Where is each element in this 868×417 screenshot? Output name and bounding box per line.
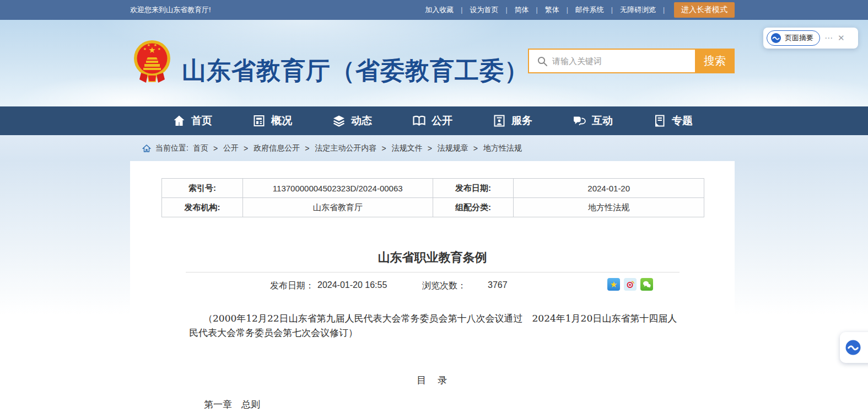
topbar-link-traditional[interactable]: 繁体	[545, 5, 559, 15]
page-summary-button[interactable]: 页面摘要	[767, 30, 820, 46]
topbar-link-set-home[interactable]: 设为首页	[470, 5, 498, 15]
topics-icon	[653, 114, 667, 128]
table-row: 发布机构: 山东省教育厅 组配分类: 地方性法规	[162, 198, 704, 217]
publish-date-meta-value: 2024-01-20 16:55	[317, 280, 387, 290]
interaction-icon	[572, 114, 587, 128]
article-paragraph: （2000年12月22日山东省第九届人民代表大会常务委员会第十八次会议通过 20…	[189, 311, 680, 340]
breadcrumb-item-gov-info[interactable]: 政府信息公开	[254, 143, 300, 153]
assistant-float-button[interactable]	[840, 332, 868, 363]
divider	[186, 272, 680, 272]
topbar-link-mail[interactable]: 邮件系统	[575, 5, 604, 15]
publish-date-label: 发布日期:	[433, 179, 514, 198]
separator: |	[663, 6, 665, 14]
breadcrumb: 当前位置: 首页> 公开> 政府信息公开> 法定主动公开内容> 法规文件> 法规…	[142, 135, 522, 161]
nav-item-interaction[interactable]: 互动	[572, 114, 613, 128]
search-icon	[529, 56, 552, 67]
separator: |	[611, 6, 613, 14]
home-icon	[142, 144, 151, 153]
breadcrumb-item-home[interactable]: 首页	[193, 143, 208, 153]
publish-date-meta-label: 发布日期：	[270, 280, 314, 292]
site-title[interactable]: 山东省教育厅（省委教育工委）	[182, 55, 524, 87]
breadcrumb-prefix: 当前位置:	[155, 143, 188, 153]
nav-item-services[interactable]: 服务	[492, 114, 532, 128]
page-summary-widget: 页面摘要 ⋯ ✕	[763, 28, 858, 49]
svg-text:★: ★	[143, 47, 147, 51]
topbar-link-simplified[interactable]: 简体	[515, 5, 529, 15]
more-options-icon[interactable]: ⋯	[824, 33, 833, 43]
svg-text:★: ★	[158, 47, 161, 51]
topbar-links: 加入收藏 | 设为首页 | 简体 | 繁体 | 邮件系统 | 无障碍浏览 | 进…	[425, 2, 735, 18]
nav-item-news[interactable]: 动态	[332, 114, 372, 128]
toc-item-chapter-1: 第一章 总则	[204, 398, 260, 411]
svg-text:★: ★	[147, 43, 150, 47]
nav-item-home[interactable]: 首页	[172, 114, 212, 128]
toc-title: 目 录	[130, 374, 735, 387]
breadcrumb-item-local-laws[interactable]: 地方性法规	[483, 143, 522, 153]
overview-icon	[252, 114, 266, 128]
separator: |	[536, 6, 538, 14]
close-icon[interactable]: ✕	[838, 33, 845, 43]
svg-text:★: ★	[154, 43, 157, 47]
national-emblem-logo[interactable]: ★ ★ ★ ★ ★	[132, 36, 172, 87]
share-buttons: ★	[607, 278, 653, 291]
breadcrumb-item-regulations[interactable]: 法规规章	[438, 143, 468, 153]
table-row: 索引号: 11370000004502323D/2024-00063 发布日期:…	[162, 179, 704, 198]
nav-item-overview[interactable]: 概况	[252, 114, 292, 128]
topbar-link-favorite[interactable]: 加入收藏	[425, 5, 454, 15]
home-icon	[172, 114, 186, 128]
breadcrumb-item-regulation-files[interactable]: 法规文件	[392, 143, 423, 153]
assistant-logo-icon	[845, 339, 861, 356]
weibo-share-icon[interactable]	[624, 278, 637, 291]
publisher-value: 山东省教育厅	[242, 198, 433, 217]
qzone-share-icon[interactable]: ★	[607, 278, 620, 291]
category-label: 组配分类:	[433, 198, 514, 217]
search-bar: 搜索	[528, 49, 735, 73]
separator: |	[461, 6, 462, 14]
breadcrumb-item-disclosure[interactable]: 公开	[223, 143, 239, 153]
service-icon	[492, 114, 506, 128]
site-header: ★ ★ ★ ★ ★ 山东省教育厅（省委教育工委） 搜索	[0, 20, 868, 106]
nav-item-topics[interactable]: 专题	[653, 114, 693, 128]
publish-date-value: 2024-01-20	[514, 179, 704, 198]
topbar-link-accessibility[interactable]: 无障碍浏览	[620, 5, 656, 15]
search-input[interactable]	[552, 50, 695, 72]
publisher-label: 发布机构:	[162, 198, 243, 217]
category-value: 地方性法规	[514, 198, 704, 217]
page: 欢迎您来到山东省教育厅! 加入收藏 | 设为首页 | 简体 | 繁体 | 邮件系…	[0, 0, 868, 417]
news-icon	[332, 114, 346, 128]
index-number-value: 11370000004502323D/2024-00063	[242, 179, 433, 198]
elder-mode-button[interactable]: 进入长者模式	[674, 2, 735, 18]
top-utility-bar: 欢迎您来到山东省教育厅! 加入收藏 | 设为首页 | 简体 | 繁体 | 邮件系…	[0, 0, 868, 20]
article-meta: 发布日期： 2024-01-20 16:55 浏览次数： 3767 ★	[130, 278, 735, 293]
article-title: 山东省职业教育条例	[130, 249, 735, 266]
nav-item-disclosure[interactable]: 公开	[412, 114, 452, 128]
views-value: 3767	[488, 280, 508, 290]
breadcrumb-item-statutory[interactable]: 法定主动公开内容	[315, 143, 376, 153]
views-label: 浏览次数：	[422, 280, 466, 292]
welcome-text: 欢迎您来到山东省教育厅!	[130, 5, 211, 15]
content-panel: 索引号: 11370000004502323D/2024-00063 发布日期:…	[130, 161, 735, 417]
search-button[interactable]: 搜索	[695, 49, 735, 73]
index-number-label: 索引号:	[162, 179, 243, 198]
disclosure-icon	[412, 114, 427, 128]
document-info-table: 索引号: 11370000004502323D/2024-00063 发布日期:…	[161, 178, 704, 217]
assistant-logo-icon	[770, 33, 781, 44]
main-navigation: 首页 概况 动态	[0, 106, 868, 135]
separator: |	[567, 6, 568, 14]
wechat-share-icon[interactable]	[640, 278, 653, 291]
separator: |	[505, 6, 507, 14]
breadcrumb-strip: 当前位置: 首页> 公开> 政府信息公开> 法定主动公开内容> 法规文件> 法规…	[0, 135, 868, 161]
page-summary-label: 页面摘要	[785, 33, 813, 43]
